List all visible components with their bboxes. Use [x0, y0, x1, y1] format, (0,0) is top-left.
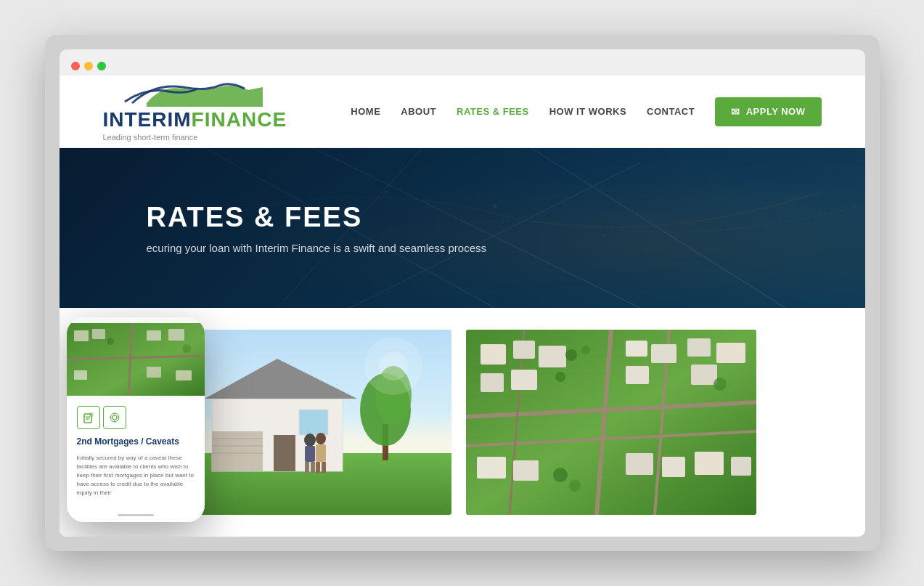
svg-rect-26 — [316, 444, 326, 462]
svg-rect-64 — [176, 370, 192, 381]
nav-about[interactable]: ABOUT — [401, 106, 436, 117]
svg-point-52 — [714, 378, 727, 391]
svg-rect-24 — [311, 462, 315, 473]
aerial-image — [466, 330, 756, 515]
svg-rect-32 — [481, 344, 506, 365]
hero-content: RATES & FEES ecuring your loan with Inte… — [147, 202, 487, 254]
hero-section: RATES & FEES ecuring your loan with Inte… — [60, 148, 865, 308]
hero-subtitle: ecuring your loan with Interim Finance i… — [147, 242, 487, 254]
svg-rect-16 — [274, 435, 295, 471]
phone-settings-icon — [103, 406, 126, 429]
apply-now-button[interactable]: ✉ APPLY NOW — [715, 97, 821, 126]
svg-rect-17 — [299, 410, 328, 435]
svg-rect-59 — [168, 329, 184, 341]
svg-point-49 — [565, 349, 577, 361]
svg-rect-34 — [539, 346, 566, 367]
mobile-phone: $ — [67, 317, 205, 522]
svg-rect-48 — [731, 457, 751, 476]
svg-rect-41 — [626, 366, 649, 384]
svg-point-54 — [569, 480, 581, 492]
svg-rect-47 — [695, 452, 724, 475]
logo: INTERIMFINANCE Leading short-term financ… — [103, 81, 287, 142]
logo-tagline: Leading short-term finance — [103, 133, 198, 142]
phone-top-image — [67, 323, 205, 396]
svg-rect-56 — [74, 330, 89, 341]
svg-rect-44 — [513, 460, 539, 481]
browser-content: INTERIMFINANCE Leading short-term financ… — [60, 76, 865, 537]
svg-rect-35 — [481, 373, 504, 392]
svg-point-21 — [304, 434, 316, 447]
content-section: $ — [60, 308, 865, 537]
svg-rect-27 — [316, 462, 320, 473]
svg-rect-63 — [147, 367, 161, 378]
logo-text: INTERIMFINANCE — [103, 108, 287, 131]
logo-interim: INTERIM — [103, 108, 192, 131]
phone-card-title: 2nd Mortgages / Caveats — [77, 436, 195, 448]
svg-point-61 — [182, 344, 191, 353]
nav-contact[interactable]: CONTACT — [647, 106, 695, 117]
svg-rect-12 — [212, 431, 263, 471]
svg-rect-37 — [626, 341, 647, 357]
phone-home-indicator — [118, 514, 154, 516]
phone-icon-area: $ — [77, 406, 195, 429]
svg-rect-62 — [74, 370, 87, 380]
svg-rect-39 — [687, 338, 711, 357]
svg-rect-36 — [511, 370, 537, 390]
svg-rect-43 — [477, 457, 506, 479]
nav-home[interactable]: HOME — [351, 106, 380, 117]
svg-rect-58 — [147, 330, 161, 341]
close-dot[interactable] — [71, 62, 80, 70]
nav-links: HOME ABOUT RATES & FEES HOW IT WORKS CON… — [351, 97, 821, 126]
svg-rect-22 — [305, 446, 315, 462]
browser-dots — [71, 62, 106, 70]
minimize-dot[interactable] — [84, 62, 93, 70]
phone-card-icon: $ — [77, 406, 100, 429]
maximize-dot[interactable] — [97, 62, 106, 70]
nav-how-it-works[interactable]: HOW IT WORKS — [549, 106, 626, 117]
svg-point-30 — [379, 351, 408, 381]
svg-rect-23 — [305, 462, 309, 473]
svg-rect-57 — [92, 329, 105, 339]
svg-point-25 — [316, 433, 326, 444]
screenshot-wrapper: INTERIMFINANCE Leading short-term financ… — [45, 35, 880, 551]
phone-card-content: $ — [67, 396, 205, 508]
logo-finance: FINANCE — [192, 108, 287, 131]
svg-point-51 — [555, 372, 565, 382]
svg-rect-28 — [322, 462, 326, 473]
nav-rates-fees[interactable]: RATES & FEES — [457, 106, 529, 117]
svg-rect-45 — [626, 453, 653, 475]
phone-card-text: Initially secured by way of a caveat the… — [77, 454, 195, 497]
svg-point-60 — [107, 338, 114, 345]
apply-icon: ✉ — [731, 106, 740, 118]
navbar: INTERIMFINANCE Leading short-term financ… — [60, 76, 865, 148]
house-image — [168, 330, 451, 515]
svg-rect-42 — [691, 365, 717, 385]
svg-point-53 — [553, 468, 568, 482]
hero-title: RATES & FEES — [147, 202, 487, 233]
svg-point-50 — [581, 346, 590, 354]
browser-chrome — [60, 49, 865, 76]
apply-label: APPLY NOW — [746, 106, 806, 117]
phone-home-bar — [67, 508, 205, 522]
logo-swoosh — [103, 81, 263, 107]
phone-status-bar — [67, 317, 205, 323]
svg-point-71 — [113, 415, 117, 420]
svg-rect-46 — [662, 457, 685, 477]
svg-rect-40 — [716, 343, 745, 363]
svg-rect-38 — [651, 344, 676, 363]
svg-rect-33 — [513, 341, 535, 359]
